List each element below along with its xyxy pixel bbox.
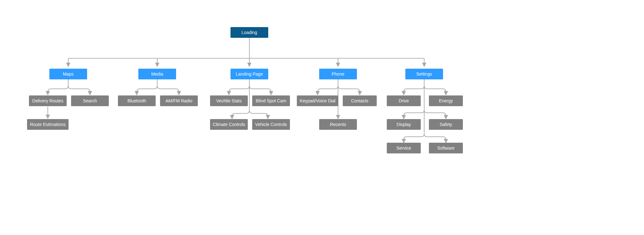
- node-vehicle-controls[interactable]: Vehicle Controls: [252, 119, 290, 130]
- node-amfm-radio[interactable]: AM/FM Radio: [160, 95, 198, 106]
- node-loading[interactable]: Loading: [230, 27, 268, 38]
- node-search[interactable]: Search: [71, 95, 109, 106]
- node-maps[interactable]: Maps: [49, 69, 87, 79]
- connector-layer: [0, 0, 644, 235]
- node-software[interactable]: Software: [429, 143, 463, 153]
- node-bluetooth[interactable]: Bluetooth: [118, 95, 156, 106]
- node-safety[interactable]: Safety: [429, 119, 463, 130]
- node-energy[interactable]: Energy: [429, 95, 463, 106]
- node-contacts[interactable]: Contacts: [343, 95, 377, 106]
- node-blind-spot-cam[interactable]: Blind Spot Cam: [252, 95, 290, 106]
- node-landing-page[interactable]: Landing Page: [230, 69, 268, 79]
- node-media[interactable]: Media: [138, 69, 176, 79]
- node-drive[interactable]: Drive: [387, 95, 421, 106]
- node-climate-controls[interactable]: Climate Controls: [210, 119, 248, 130]
- node-route-estimations[interactable]: Route Estimations: [27, 119, 69, 130]
- node-settings[interactable]: Settings: [405, 69, 443, 79]
- node-recents[interactable]: Recents: [319, 119, 357, 130]
- node-delivery-routes[interactable]: Delivery Routes: [29, 95, 67, 106]
- node-keypad-voice-dial[interactable]: Keypad/Voice Dial: [297, 95, 338, 106]
- node-phone[interactable]: Phone: [319, 69, 357, 79]
- node-display[interactable]: Display: [387, 119, 421, 130]
- node-vehicle-stats[interactable]: Vechile Stats: [210, 95, 248, 106]
- node-service[interactable]: Service: [387, 143, 421, 153]
